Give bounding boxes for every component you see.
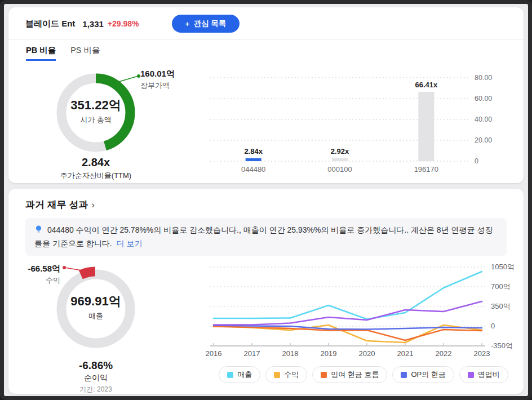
- revenue-label: 매출: [54, 311, 138, 321]
- svg-text:2020: 2020: [359, 349, 375, 358]
- pb-ratio-label: 주가순자산비율(TTM): [54, 171, 138, 181]
- svg-text:2022: 2022: [436, 349, 452, 358]
- svg-text:0: 0: [475, 157, 478, 165]
- pb-ratio-value: 2.84x: [54, 156, 138, 169]
- tab-ps-ratio[interactable]: PS 비율: [70, 40, 100, 61]
- callout-dot: [63, 266, 66, 269]
- earnings-label: 수익: [25, 275, 60, 286]
- period-label: 기간: 2023: [54, 385, 138, 394]
- watchlist-button[interactable]: + 관심 목록: [172, 15, 240, 33]
- bar-000100[interactable]: [332, 158, 348, 161]
- svg-text:700억: 700억: [491, 282, 511, 291]
- lightbulb-icon: [34, 225, 43, 238]
- net-margin-value: -6.86%: [54, 359, 138, 372]
- bar-196170[interactable]: [418, 92, 434, 161]
- stock-header: 블레이드 Ent 1,331 +29.98% + 관심 목록: [8, 7, 524, 40]
- legend-label: 수익: [284, 370, 299, 380]
- section-title-text: 과거 재무 성과: [25, 198, 88, 211]
- ratio-tabs: PB 비율 PS 비율: [8, 40, 524, 61]
- book-value-callout: 160.01억 장부가액: [140, 69, 175, 91]
- svg-text:2017: 2017: [244, 349, 260, 358]
- svg-text:66.41x: 66.41x: [415, 81, 438, 89]
- svg-text:2021: 2021: [397, 349, 414, 358]
- history-card: 과거 재무 성과 › 044480 수익이 연간 25.78%%의 비율로 감소…: [8, 189, 524, 394]
- legend-swatch: [274, 372, 280, 378]
- svg-text:2019: 2019: [321, 349, 337, 358]
- svg-text:2.92x: 2.92x: [331, 147, 349, 155]
- net-margin-label: 순이익: [54, 373, 138, 383]
- app-window: 블레이드 Ent 1,331 +29.98% + 관심 목록 PB 비율 PS …: [0, 0, 532, 400]
- legend-swatch: [468, 372, 474, 378]
- svg-text:1050억: 1050억: [491, 263, 515, 271]
- insight-text: 044480 수익이 연간 25.78%%의 비율로 감소했습니다., 매출이 …: [34, 225, 493, 248]
- revenue-value: 969.91억: [54, 293, 138, 310]
- legend-item[interactable]: 잉여 현금 흐름: [312, 366, 387, 383]
- market-cap-label: 시가 총액: [54, 115, 138, 125]
- svg-text:350억: 350억: [491, 302, 511, 310]
- net-margin-group: -6.86% 순이익 기간: 2023: [54, 359, 138, 394]
- legend-label: 잉여 현금 흐름: [331, 370, 379, 380]
- chevron-right-icon: ›: [91, 200, 94, 210]
- legend-label: OP의 현금: [411, 370, 445, 380]
- series-line: [214, 301, 482, 325]
- line-chart-legend: 매출수익잉여 현금 흐름OP의 현금영업비: [206, 366, 521, 383]
- history-body: 969.91억 매출 -66.58억 수익 -6.86% 순이익 기간: 202…: [8, 256, 524, 395]
- market-cap-donut-block: 351.22억 시가 총액 160.01억 장부가액 2.84x 주가순자산비율…: [25, 64, 206, 187]
- pb-ratio-group: 2.84x 주가순자산비율(TTM): [54, 156, 138, 181]
- callout-line: [65, 268, 82, 270]
- pb-comparison-bar-chart: 80.0060.0040.0020.0002.84x0444802.92x000…: [206, 64, 521, 187]
- revenue-value-group: 969.91억 매출: [54, 293, 138, 321]
- tab-pb-ratio[interactable]: PB 비율: [26, 40, 56, 61]
- history-line-chart-block: 1050억700억350억0-350억201620172018201920202…: [206, 260, 521, 395]
- svg-text:2.84x: 2.84x: [244, 147, 263, 155]
- svg-text:60.00: 60.00: [475, 95, 492, 103]
- legend-item[interactable]: 매출: [219, 366, 260, 383]
- pb-ratio-card: 블레이드 Ent 1,331 +29.98% + 관심 목록 PB 비율 PS …: [8, 7, 524, 183]
- book-value-label: 장부가액: [140, 81, 175, 91]
- legend-swatch: [321, 372, 327, 378]
- stock-change: +29.98%: [108, 19, 139, 28]
- svg-text:000100: 000100: [327, 165, 352, 174]
- svg-text:20.00: 20.00: [475, 136, 492, 144]
- stock-name: 블레이드 Ent: [25, 19, 75, 29]
- market-cap-value: 351.22억: [54, 97, 138, 114]
- svg-text:40.00: 40.00: [475, 115, 492, 123]
- svg-text:2018: 2018: [282, 349, 299, 358]
- legend-item[interactable]: 수익: [265, 366, 307, 383]
- plus-icon: +: [185, 20, 190, 28]
- legend-swatch: [227, 372, 233, 378]
- history-section-title[interactable]: 과거 재무 성과 ›: [8, 189, 524, 217]
- history-line-chart: 1050억700억350억0-350억201620172018201920202…: [206, 260, 521, 366]
- revenue-donut-block: 969.91억 매출 -66.58억 수익 -6.86% 순이익 기간: 202…: [25, 260, 206, 395]
- svg-text:196170: 196170: [414, 165, 438, 174]
- stock-price: 1,331: [82, 19, 104, 29]
- watchlist-button-label: 관심 목록: [193, 19, 226, 29]
- book-value: 160.01억: [140, 69, 175, 79]
- svg-text:-350억: -350억: [491, 341, 513, 350]
- legend-item[interactable]: 영업비: [459, 366, 508, 383]
- legend-item[interactable]: OP의 현금: [392, 366, 454, 383]
- pb-body: 351.22억 시가 총액 160.01억 장부가액 2.84x 주가순자산비율…: [8, 61, 524, 187]
- earnings-callout: -66.58억 수익: [25, 264, 60, 286]
- svg-text:0: 0: [491, 322, 495, 330]
- earnings-value: -66.58억: [25, 264, 60, 274]
- legend-label: 영업비: [478, 370, 500, 380]
- svg-text:2016: 2016: [206, 349, 221, 358]
- insight-box: 044480 수익이 연간 25.78%%의 비율로 감소했습니다., 매출이 …: [25, 218, 507, 256]
- see-more-link[interactable]: 더 보기: [117, 239, 143, 248]
- callout-line: [119, 76, 138, 82]
- svg-text:044480: 044480: [241, 165, 265, 174]
- bar-044480[interactable]: [246, 158, 261, 161]
- svg-text:80.00: 80.00: [475, 74, 492, 82]
- svg-text:2023: 2023: [474, 349, 490, 358]
- market-cap-value-group: 351.22억 시가 총액: [54, 97, 138, 125]
- legend-swatch: [401, 372, 407, 378]
- legend-label: 매출: [237, 370, 252, 380]
